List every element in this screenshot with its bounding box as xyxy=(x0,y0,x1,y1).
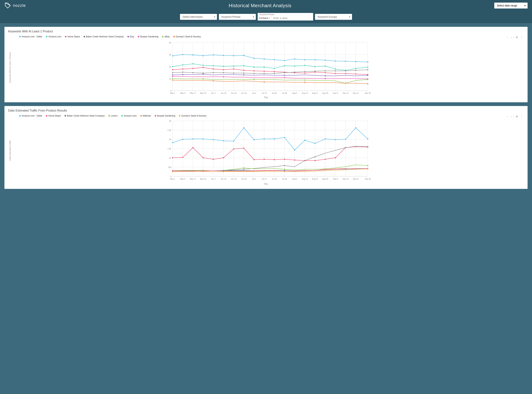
svg-point-232 xyxy=(182,157,183,158)
chart1-up-btn[interactable]: ↑ xyxy=(506,35,509,39)
svg-text:Jul 12: Jul 12 xyxy=(262,92,267,94)
svg-text:Aug 29: Aug 29 xyxy=(322,92,328,94)
svg-text:Jun 2: Jun 2 xyxy=(211,178,216,180)
svg-point-148 xyxy=(304,80,305,81)
svg-point-278 xyxy=(284,171,285,172)
svg-text:Jun 18: Jun 18 xyxy=(231,178,236,180)
svg-point-81 xyxy=(253,67,254,68)
chart1-zoom-btn[interactable]: ⊕ xyxy=(515,35,519,39)
svg-point-91 xyxy=(355,68,356,69)
svg-point-217 xyxy=(233,140,234,142)
svg-point-260 xyxy=(243,167,244,169)
svg-point-241 xyxy=(274,159,275,160)
svg-point-71 xyxy=(355,61,356,62)
svg-point-97 xyxy=(213,68,214,70)
svg-point-109 xyxy=(335,73,336,74)
chart2-svg: .grid-line2 { stroke: #e0e0e0; stroke-wi… xyxy=(12,119,524,182)
svg-point-233 xyxy=(192,147,193,148)
legend-dot-amazon xyxy=(46,36,47,37)
logo: nozzle xyxy=(5,2,26,9)
svg-point-136 xyxy=(243,74,244,75)
legend-dot-homedepot xyxy=(65,36,66,37)
legend-label-etsy: Etsy xyxy=(130,35,134,38)
chart1-y-label: Keywords With At Least 1 Product xyxy=(8,40,12,95)
chart1-toolbar-divider xyxy=(514,36,514,39)
chart2-y-label: Daily Estimated Traffic xyxy=(8,119,12,182)
svg-point-137 xyxy=(284,75,285,76)
keyword-phrase-inner: Keyword Phrase Contains ▾ xyxy=(258,13,306,21)
svg-point-128 xyxy=(325,70,326,71)
svg-text:3K: 3K xyxy=(169,54,171,56)
legend-item-burpee: Burpee Gardening xyxy=(138,35,158,38)
chart2-toolbar: ↑ ↓ ⊕ ⋮ xyxy=(506,114,524,118)
svg-point-68 xyxy=(325,60,326,61)
svg-point-213 xyxy=(192,138,193,140)
chart1-more-btn[interactable]: ⋮ xyxy=(520,35,524,39)
svg-point-63 xyxy=(274,59,275,60)
keyword-groups-select-wrapper[interactable]: Keyword Groups xyxy=(315,14,352,20)
svg-point-235 xyxy=(213,159,214,160)
svg-point-92 xyxy=(367,67,368,68)
svg-text:Jul 4: Jul 4 xyxy=(252,92,256,94)
keyword-contains-wrapper[interactable]: Contains ▾ xyxy=(258,16,271,21)
svg-point-58 xyxy=(223,55,224,56)
date-range-select[interactable]: Select date range xyxy=(494,3,527,9)
svg-point-131 xyxy=(355,70,356,71)
svg-text:Jul 20: Jul 20 xyxy=(272,178,277,180)
chart1-down-btn[interactable]: ↓ xyxy=(510,35,513,39)
svg-point-65 xyxy=(294,58,295,60)
svg-point-212 xyxy=(182,139,183,140)
chart2-svg-wrapper: Daily Estimated Traffic .grid-line2 { st… xyxy=(8,119,524,182)
svg-text:Jul 12: Jul 12 xyxy=(262,178,267,180)
svg-point-103 xyxy=(274,71,275,72)
c2-legend-label-gurneys: Gurney's Seed & Nursery xyxy=(181,114,207,117)
svg-text:Sep 14: Sep 14 xyxy=(343,178,348,180)
svg-point-67 xyxy=(315,59,315,60)
c2-legend-dot-burpee xyxy=(155,115,156,117)
svg-point-95 xyxy=(192,68,193,69)
svg-point-142 xyxy=(284,77,285,78)
svg-point-100 xyxy=(243,70,244,71)
chart2-up-btn[interactable]: ↑ xyxy=(506,114,509,118)
keyword-value-input[interactable] xyxy=(271,16,306,21)
logo-icon xyxy=(5,2,11,9)
svg-point-78 xyxy=(223,66,224,67)
svg-point-69 xyxy=(335,61,336,62)
chart2-more-btn[interactable]: ⋮ xyxy=(520,114,524,118)
svg-point-253 xyxy=(243,169,244,170)
svg-point-140 xyxy=(172,76,173,77)
svg-point-257 xyxy=(367,146,368,147)
c2-legend-dot-lowes xyxy=(108,115,110,117)
c2-legend-label-baker: Baker Creek Heirloom Seed Company xyxy=(67,114,105,117)
chart2-zoom-btn[interactable]: ⊕ xyxy=(515,114,519,118)
keyword-phrase-label: Keyword Phrase xyxy=(258,13,306,16)
merchants-select-wrapper[interactable]: Select Merchants xyxy=(180,14,217,20)
contains-arrow: ▾ xyxy=(269,17,270,19)
keyword-phrase-select-wrapper[interactable]: Keyword Phrase xyxy=(219,14,256,20)
svg-line-2 xyxy=(5,3,10,5)
c2-legend-label-amazon-seller: Amazon.com - Seller xyxy=(22,114,42,117)
svg-point-143 xyxy=(325,78,326,79)
svg-point-263 xyxy=(367,165,368,166)
c2-legend-label-amazon: Amazon.com xyxy=(124,114,137,117)
svg-point-150 xyxy=(367,79,368,80)
svg-point-134 xyxy=(182,74,183,75)
legend-item-amazon: Amazon.com xyxy=(46,35,61,38)
chart2-down-btn[interactable]: ↓ xyxy=(510,114,513,118)
svg-text:0: 0 xyxy=(170,176,171,178)
chart1-svg-wrapper: Keywords With At Least 1 Product .grid-l… xyxy=(8,40,524,95)
svg-point-221 xyxy=(274,138,275,140)
svg-point-123 xyxy=(274,73,275,74)
keyword-phrase-select[interactable]: Keyword Phrase xyxy=(219,14,256,20)
legend-label-gurneys: Gurney's Seed & Nursery xyxy=(176,35,201,38)
svg-point-74 xyxy=(182,64,183,66)
merchants-select[interactable]: Select Merchants xyxy=(180,14,217,20)
svg-point-66 xyxy=(304,59,305,60)
keyword-groups-select[interactable]: Keyword Groups xyxy=(315,14,352,20)
legend-dot-amazon-seller xyxy=(19,36,21,37)
svg-text:Jun 18: Jun 18 xyxy=(231,92,236,94)
svg-point-152 xyxy=(213,80,214,81)
svg-point-62 xyxy=(263,58,265,60)
c2-legend-dot-walmart xyxy=(140,115,142,117)
date-range-wrapper[interactable]: Select date range xyxy=(494,3,527,9)
